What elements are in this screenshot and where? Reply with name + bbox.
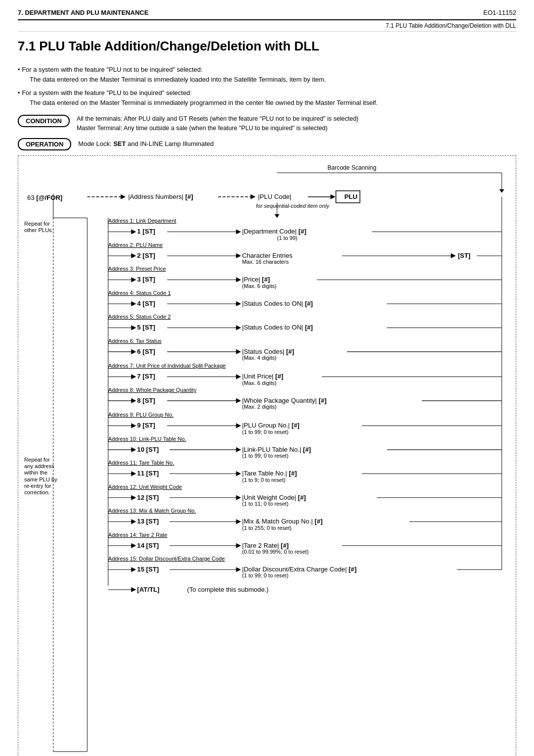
svg-marker-49 [236, 325, 241, 330]
svg-marker-59 [236, 374, 241, 379]
addr11-target: |Tare Table No.| [#] [242, 470, 297, 477]
condition-badge: CONDITION [18, 115, 70, 127]
addr6-sub: (Max. 4 digits) [242, 355, 276, 361]
addr3-sub: (Max. 6 digits) [242, 283, 276, 288]
addr7-label: Address 7: Unit Price of Individual Spli… [108, 363, 226, 369]
addr7-target: |Unit Price| [#] [242, 373, 283, 380]
svg-marker-84 [236, 495, 241, 500]
svg-marker-3 [499, 189, 504, 192]
addr8-label: Address 8: Whole Package Quantity [108, 386, 197, 392]
sequential-note: for sequential-coded item only [256, 203, 330, 209]
addr12-label: Address 12: Unit Weight Code [108, 483, 182, 489]
addr5-target: |Status Codes to ON| [#] [242, 324, 312, 331]
addr9-num: 9 [ST] [137, 422, 155, 429]
intro-paragraph-1: • For a system with the feature "PLU not… [18, 65, 516, 84]
svg-marker-94 [236, 543, 241, 548]
condition-text: All the terminals: After PLU daily and G… [77, 114, 358, 134]
addr2-label: Address 2: PLU Name [108, 241, 163, 247]
addr2-st: [ST] [458, 252, 471, 259]
svg-marker-77 [131, 471, 136, 476]
svg-marker-104 [131, 587, 136, 592]
addr12-sub: (1 to 11; 0 to reset) [242, 501, 288, 507]
svg-marker-42 [131, 301, 136, 306]
repeat-address-label: Repeat for [24, 457, 50, 463]
addr11-sub: (1 to 9; 0 to reset) [242, 476, 285, 482]
addr3-label: Address 3: Preset Price [108, 266, 166, 272]
addr14-label: Address 14: Tare 2 Rate [108, 531, 168, 537]
addr15-sub: (1 to 99; 0 to reset) [242, 572, 288, 578]
operation-row: OPERATION Mode Lock: SET and IN-LINE Lam… [18, 138, 516, 150]
addr9-sub: (1 to 99; 0 to reset) [242, 428, 288, 434]
svg-marker-79 [236, 471, 241, 476]
addr6-target: |Status Codes| [#] [242, 348, 294, 355]
svg-marker-30 [131, 253, 136, 258]
addr7-sub: (Max. 6 digits) [242, 379, 276, 385]
addr10-label: Address 10: Link-PLU Table No. [108, 435, 186, 441]
svg-marker-87 [131, 519, 136, 524]
addr9-label: Address 9: PLU Group No. [108, 412, 174, 418]
svg-text:same PLU by: same PLU by [24, 476, 57, 482]
svg-text:any address: any address [24, 463, 54, 469]
header-right: EO1-11152 [484, 9, 517, 16]
addr10-target: |Link-PLU Table No.| [#] [242, 446, 311, 453]
addr8-sub: (Max. 2 digits) [242, 404, 276, 410]
svg-marker-57 [131, 374, 136, 379]
addr8-target: |Whole Package Quantity| [#] [242, 397, 326, 404]
svg-marker-27 [236, 229, 241, 234]
svg-marker-92 [131, 543, 136, 548]
addr6-num: 6 [ST] [137, 348, 155, 355]
addr9-target: |PLU Group No.| [#] [242, 422, 299, 429]
svg-marker-54 [236, 349, 241, 354]
svg-text:within the: within the [24, 470, 47, 475]
addr13-target: |Mix & Match Group No.| [#] [242, 518, 322, 525]
addr13-label: Address 13: Mix & Match Group No. [108, 508, 196, 514]
repeat-other-label: Repeat for [24, 221, 50, 227]
plu-box: PLU [345, 193, 357, 200]
addr1-target: |Department Code| [#] [242, 228, 306, 235]
addr1-num: 1 [ST] [137, 228, 155, 235]
svg-marker-32 [236, 253, 241, 258]
page: 7. DEPARTMENT AND PLU MAINTENANCE EO1-11… [0, 0, 534, 756]
addr6-label: Address 6: Tax Status [108, 337, 162, 343]
address-numbers: |Address Numbers| [#] [128, 193, 193, 200]
svg-text:correction.: correction. [24, 489, 50, 495]
addr14-sub: (0.01 to 99.99%; 0 to reset) [242, 549, 309, 555]
attl-label: [AT/TL] [137, 586, 159, 593]
svg-marker-99 [236, 567, 241, 572]
plu-code: |PLU Code| [258, 193, 291, 200]
svg-marker-8 [251, 194, 256, 199]
svg-marker-37 [131, 277, 136, 282]
for-label: 63 [@/FOR] [27, 194, 62, 201]
flow-diagram: Barcode Scanning 63 [@/FOR] |Address Num… [22, 162, 512, 756]
addr1-label: Address 1: Link Department [108, 218, 177, 224]
svg-marker-62 [131, 398, 136, 403]
attl-text: (To complete this submode.) [187, 586, 268, 593]
operation-badge: OPERATION [18, 138, 71, 150]
header-left: 7. DEPARTMENT AND PLU MAINTENANCE [18, 9, 148, 16]
svg-marker-25 [131, 229, 136, 234]
addr4-num: 4 [ST] [137, 300, 155, 307]
addr4-label: Address 4: Status Code 1 [108, 289, 171, 295]
svg-marker-89 [236, 519, 241, 524]
addr13-sub: (1 to 255; 0 to reset) [242, 524, 291, 530]
addr11-label: Address 11: Tare Table No. [108, 460, 175, 466]
svg-text:other PLUs.: other PLUs. [24, 227, 53, 233]
addr11-num: 11 [ST] [137, 470, 159, 477]
svg-marker-47 [131, 325, 136, 330]
addr8-num: 8 [ST] [137, 397, 155, 404]
header-bar: 7. DEPARTMENT AND PLU MAINTENANCE EO1-11… [18, 9, 516, 20]
addr2-target: Character Entries [242, 252, 293, 259]
addr10-sub: (1 to 99; 0 to reset) [242, 453, 288, 459]
svg-marker-72 [131, 447, 136, 452]
addr14-target: |Tare 2 Rate| [#] [242, 542, 288, 549]
svg-marker-64 [236, 398, 241, 403]
condition-row: CONDITION All the terminals: After PLU d… [18, 114, 516, 134]
svg-marker-97 [131, 567, 136, 572]
svg-marker-5 [121, 194, 126, 199]
addr4-target: |Status Codes to ON| [#] [242, 300, 312, 307]
addr14-num: 14 [ST] [137, 542, 159, 549]
addr2-num: 2 [ST] [137, 252, 155, 259]
svg-marker-14 [274, 214, 279, 218]
svg-marker-74 [236, 447, 241, 452]
diagram-outer: Barcode Scanning 63 [@/FOR] |Address Num… [18, 155, 516, 756]
